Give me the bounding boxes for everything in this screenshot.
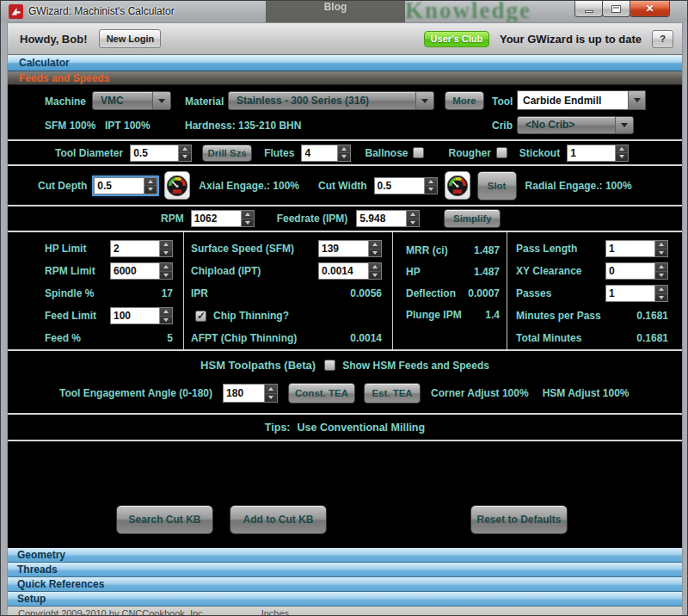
rpm-limit-label: RPM Limit <box>45 265 95 277</box>
help-button[interactable]: ? <box>652 30 673 48</box>
chipload-stepper[interactable] <box>368 263 381 279</box>
xy-clearance-stepper[interactable] <box>654 263 667 279</box>
spinner-up-icon <box>148 180 153 183</box>
tea-stepper[interactable] <box>264 385 277 402</box>
rougher-checkbox[interactable] <box>496 147 507 158</box>
material-dropdown[interactable]: Stainless - 300 Series (316) <box>228 91 434 110</box>
est-tea-button[interactable]: Est. TEA <box>364 383 421 403</box>
crib-label: Crib <box>492 120 513 132</box>
hardness-text: Hardness: 135-210 BHN <box>185 120 301 132</box>
rpm-limit-input-group <box>110 262 173 280</box>
tab-feeds-and-speeds[interactable]: Feeds and Speeds <box>8 71 682 85</box>
show-hsm-label: Show HSM Feeds and Speeds <box>342 360 489 372</box>
machine-dropdown[interactable]: VMC <box>92 91 171 110</box>
rpm-limit-input[interactable] <box>111 263 159 279</box>
ballnose-label: Ballnose <box>365 147 408 159</box>
spindle-pct-value: 17 <box>162 287 173 299</box>
material-dropdown-value: Stainless - 300 Series (316) <box>229 92 415 109</box>
greeting-text: Howdy, Bob! <box>20 33 87 46</box>
close-button[interactable]: ✕ <box>630 1 670 17</box>
accordion-item-threads[interactable]: Threads <box>8 563 682 577</box>
tips-label: Tips: <box>265 422 291 434</box>
xy-clearance-input-group <box>605 262 668 280</box>
passes-input[interactable] <box>606 286 654 301</box>
cut-width-input[interactable] <box>375 178 424 194</box>
tab-calculator[interactable]: Calculator <box>8 55 682 71</box>
feed-limit-stepper[interactable] <box>159 308 172 323</box>
more-button[interactable]: More <box>445 91 484 110</box>
tool-diameter-input-group <box>130 145 192 162</box>
stickout-input[interactable] <box>568 145 615 161</box>
spinner-down-icon <box>619 155 624 158</box>
deflection-value: 0.0007 <box>468 287 500 299</box>
show-hsm-checkbox[interactable] <box>324 360 335 371</box>
radial-gauge-icon[interactable] <box>445 171 470 200</box>
cut-depth-input-group <box>94 177 157 194</box>
tool-diameter-input[interactable] <box>131 145 178 161</box>
feed-limit-input[interactable] <box>111 308 159 323</box>
tips-text: Use Conventional Milling <box>298 422 426 434</box>
window-titlebar[interactable]: Blog Knowledge GWizard: Machinist's Calc… <box>1 1 688 22</box>
tool-combo[interactable]: Carbide Endmill <box>517 90 646 110</box>
accordion-item-setup[interactable]: Setup <box>8 592 682 607</box>
rpm-limit-stepper[interactable] <box>159 263 172 279</box>
chipload-input-group <box>318 262 382 280</box>
hp-limit-stepper[interactable] <box>159 241 172 256</box>
hp-limit-input[interactable] <box>111 241 159 256</box>
chipload-input[interactable] <box>319 263 368 279</box>
xy-clearance-input[interactable] <box>606 263 654 279</box>
spinner-down-icon <box>182 155 187 158</box>
surface-speed-stepper[interactable] <box>368 241 381 256</box>
hp-value: 1.487 <box>474 266 500 278</box>
rpm-stepper[interactable] <box>241 211 254 226</box>
feedrate-input[interactable] <box>357 211 406 226</box>
spinner-down-icon <box>341 155 347 158</box>
hsm-adjust-text: HSM Adjust 100% <box>543 387 630 399</box>
accordion-item-quick-references[interactable]: Quick References <box>8 577 682 592</box>
chip-thinning-checkbox[interactable] <box>195 311 206 322</box>
close-icon: ✕ <box>645 3 654 15</box>
crib-dropdown[interactable]: <No Crib> <box>517 116 634 134</box>
pass-length-stepper[interactable] <box>654 241 667 256</box>
tool-diameter-stepper[interactable] <box>178 145 191 161</box>
accordion-item-geometry[interactable]: Geometry <box>8 548 682 563</box>
ballnose-checkbox[interactable] <box>413 147 424 158</box>
new-login-button[interactable]: New Login <box>99 29 161 48</box>
flutes-stepper[interactable] <box>337 145 350 161</box>
feedrate-stepper[interactable] <box>406 211 419 226</box>
feeds-and-speeds-panel: Machine VMC Material Stainless - 300 Ser… <box>8 85 682 548</box>
tips-section: Tips: Use Conventional Milling <box>8 415 682 440</box>
stickout-label: Stickout <box>519 147 560 159</box>
add-to-cut-kb-button[interactable]: Add to Cut KB <box>230 505 327 534</box>
cut-width-stepper[interactable] <box>424 178 437 194</box>
surface-speed-input[interactable] <box>319 241 368 256</box>
const-tea-button[interactable]: Const. TEA <box>288 383 355 403</box>
corner-adjust-text: Corner Adjust 100% <box>431 387 529 399</box>
cut-depth-stepper[interactable] <box>144 178 157 194</box>
spindle-pct-label: Spindle % <box>45 287 94 299</box>
material-label: Material <box>185 95 224 108</box>
flutes-input-group <box>301 145 351 162</box>
rougher-label: Rougher <box>448 147 490 159</box>
pass-length-input[interactable] <box>606 241 654 256</box>
reset-to-defaults-button[interactable]: Reset to Defaults <box>470 505 568 534</box>
tea-input[interactable] <box>224 385 264 402</box>
drill-sizes-button[interactable]: Drill Szs <box>202 145 252 162</box>
surface-speed-input-group <box>318 240 382 257</box>
simplify-button[interactable]: Simplify <box>444 209 501 228</box>
slot-button[interactable]: Slot <box>477 171 517 200</box>
passes-stepper[interactable] <box>654 286 667 301</box>
search-cut-kb-button[interactable]: Search Cut KB <box>116 505 213 534</box>
users-club-button[interactable]: User's Club <box>424 31 489 47</box>
deflection-label: Deflection <box>406 287 456 299</box>
maximize-button[interactable] <box>602 1 630 17</box>
tea-label: Tool Engagement Angle (0-180) <box>59 387 212 399</box>
outputs-column: MRR (ci)1.487 HP1.487 Deflection0.0007 P… <box>393 232 507 349</box>
rpm-input[interactable] <box>192 211 241 226</box>
axial-engage-text: Axial Engage.: 100% <box>199 180 299 192</box>
axial-gauge-icon[interactable] <box>164 171 190 200</box>
minimize-button[interactable] <box>574 1 603 17</box>
stickout-stepper[interactable] <box>615 145 628 161</box>
flutes-input[interactable] <box>302 145 337 161</box>
cut-depth-input[interactable] <box>95 178 144 194</box>
